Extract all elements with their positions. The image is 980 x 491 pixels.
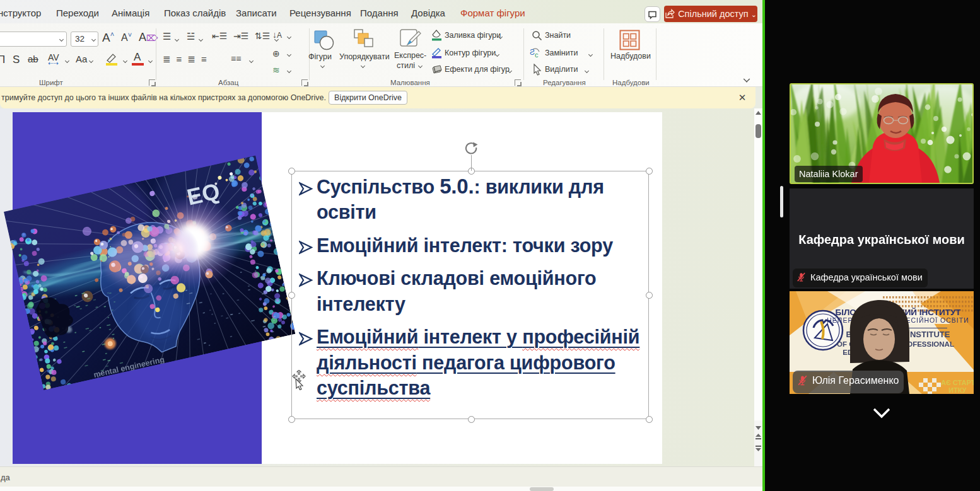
svg-text:c: c [535,51,539,59]
svg-text:АЄ СТАРТ: АЄ СТАРТ [941,379,974,386]
svg-text:Ƨ: Ƨ [530,48,535,57]
svg-text:ИТКУ: ИТКУ [948,386,967,394]
